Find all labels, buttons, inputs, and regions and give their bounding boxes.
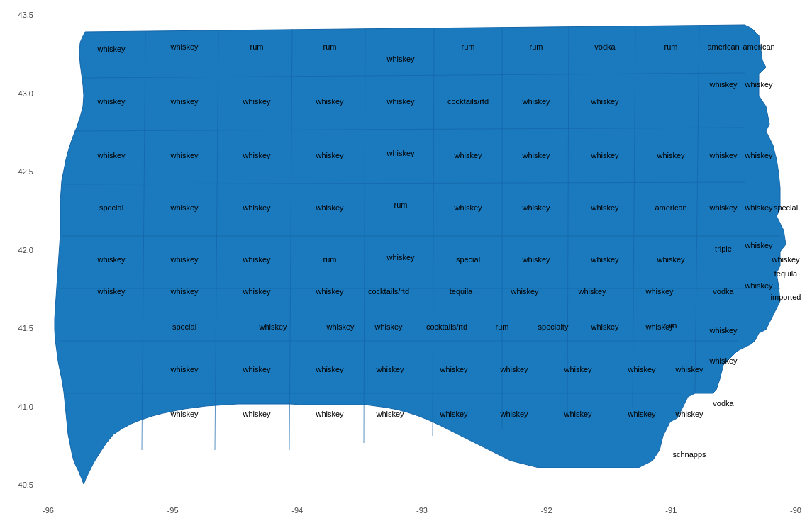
label-mahaska: specialty [538, 322, 569, 331]
label-tama: whiskey [590, 255, 619, 264]
label-black-hawk: american [655, 203, 686, 212]
label-worth: rum [530, 43, 543, 51]
x-label--96: -96 [43, 506, 54, 515]
y-label-410: 41.0 [18, 403, 33, 411]
label-bremer: whiskey [590, 151, 619, 159]
label-webster: rum [394, 201, 408, 209]
label-jackson-a: tequila [774, 269, 798, 278]
label-allamakee-c: whiskey [744, 151, 773, 159]
label-cherokee: whiskey [169, 151, 199, 159]
label-wapello: whiskey [627, 365, 656, 373]
label-lee: schnapps [672, 450, 706, 459]
label-allamakee-b: whiskey [744, 80, 773, 89]
label-jones: whiskey [744, 241, 773, 249]
label-union: whiskey [375, 365, 404, 373]
label-kossuth-a: whiskey [386, 55, 415, 63]
label-woodbury: special [99, 203, 123, 212]
y-label-435: 43.5 [18, 11, 33, 19]
label-harrison: whiskey [96, 287, 126, 296]
label-palo-alto: whiskey [315, 97, 344, 106]
label-grundy: whiskey [590, 203, 619, 212]
label-floyd: whiskey [521, 97, 550, 106]
label-sac: whiskey [242, 203, 271, 212]
label-carroll: whiskey [242, 255, 271, 264]
label-adams: whiskey [315, 365, 344, 373]
label-chickasaw: whiskey [590, 97, 619, 106]
label-kossuth-b: whiskey [386, 97, 415, 106]
label-hancock: whiskey [453, 151, 482, 159]
label-butler: whiskey [521, 151, 550, 159]
chart-container: 43.5 43.0 42.5 42.0 41.5 41.0 40.5 [0, 0, 812, 528]
label-washington: whiskey [645, 322, 674, 331]
label-dickinson: rum [250, 43, 264, 51]
label-benton: whiskey [656, 255, 685, 264]
y-label-430: 43.0 [18, 89, 33, 98]
label-dallas: cocktails/rtd [368, 287, 409, 296]
label-clay: whiskey [242, 97, 271, 106]
label-story: special [456, 255, 480, 264]
label-page: whiskey [242, 410, 271, 418]
label-henry: whiskey [708, 356, 738, 365]
x-label--95: -95 [167, 506, 179, 515]
label-van-buren: whiskey [674, 410, 703, 418]
label-montgomery: whiskey [242, 365, 271, 373]
label-humboldt: whiskey [386, 149, 415, 157]
label-crawford: whiskey [169, 255, 199, 264]
label-fremont: whiskey [169, 410, 199, 418]
y-axis: 43.5 43.0 42.5 42.0 41.5 41.0 40.5 [0, 11, 39, 489]
label-monroe: whiskey [563, 365, 592, 373]
label-fayette: whiskey [656, 151, 685, 159]
label-cerro-gordo: cocktails/rtd [447, 97, 489, 106]
label-boone: whiskey [386, 253, 415, 262]
label-buchanan: whiskey [708, 203, 738, 212]
x-axis: -96 -95 -94 -93 -92 -91 -90 [43, 500, 801, 521]
y-label-405: 40.5 [18, 481, 33, 489]
label-mills: whiskey [169, 365, 199, 373]
label-obrien: whiskey [169, 97, 199, 106]
label-jasper: whiskey [510, 287, 539, 296]
x-label--93: -93 [416, 506, 428, 515]
label-iowa: whiskey [645, 287, 674, 296]
label-appanoose: whiskey [563, 410, 592, 418]
label-louisa: whiskey [708, 326, 738, 335]
label-guthrie: whiskey [315, 287, 344, 296]
label-keokuk: whiskey [590, 322, 619, 331]
label-clarke: whiskey [439, 365, 468, 373]
label-johnson: vodka [713, 287, 734, 296]
label-plymouth: whiskey [96, 151, 126, 159]
label-warren: cocktails/rtd [426, 322, 467, 331]
label-cedar: whiskey [744, 281, 773, 290]
label-davis: whiskey [627, 410, 656, 418]
label-winneshiek-b: whiskey [708, 80, 738, 89]
label-winneshiek-a: american [707, 43, 739, 51]
map-area: whiskey whiskey rum rum whiskey rum rum … [43, 11, 801, 489]
label-madison: whiskey [374, 322, 403, 331]
label-pottawattamie: special [172, 322, 196, 331]
label-dubuque-b: whiskey [771, 255, 800, 264]
label-pocahontas: whiskey [315, 151, 344, 159]
label-wayne: whiskey [499, 410, 528, 418]
label-ringgold: whiskey [375, 410, 404, 418]
label-marion: rum [496, 322, 509, 331]
label-ida: whiskey [169, 203, 199, 212]
label-emmet: rum [323, 43, 337, 51]
label-mitchell: vodka [594, 43, 616, 51]
label-cass: whiskey [258, 322, 287, 331]
label-marshall: whiskey [521, 255, 550, 264]
x-label--92: -92 [541, 506, 552, 515]
label-poweshiek: whiskey [577, 287, 606, 296]
label-calhoun: whiskey [315, 203, 344, 212]
label-lucas: whiskey [499, 365, 528, 373]
label-jefferson: whiskey [674, 365, 703, 373]
x-label--91: -91 [665, 506, 677, 515]
y-label-415: 41.5 [18, 324, 33, 332]
label-howard: rum [664, 43, 678, 51]
label-delaware: whiskey [744, 203, 773, 212]
y-label-425: 42.5 [18, 167, 33, 176]
label-hardin: whiskey [521, 203, 550, 212]
label-adair: whiskey [326, 322, 355, 331]
label-audubon: whiskey [242, 287, 271, 296]
y-label-420: 42.0 [18, 246, 33, 254]
label-linn: triple [715, 245, 732, 253]
iowa-map-svg: whiskey whiskey rum rum whiskey rum rum … [43, 11, 801, 489]
